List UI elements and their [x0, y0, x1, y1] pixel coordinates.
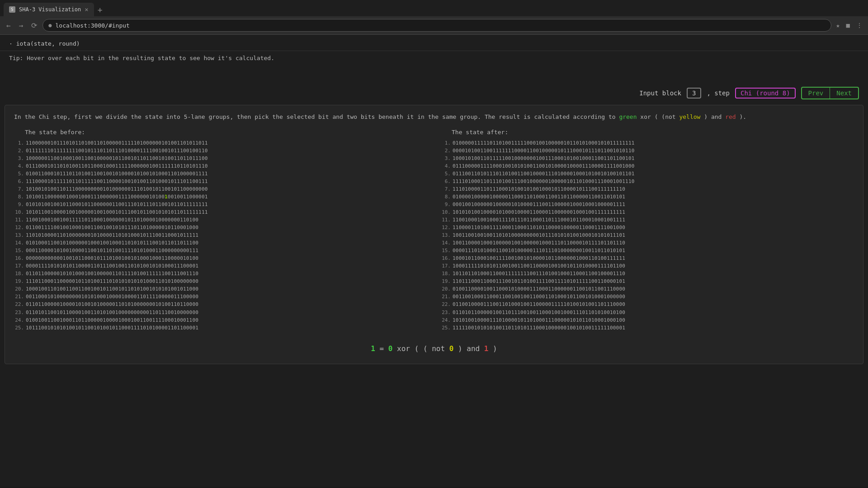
new-tab-button[interactable]: + [98, 5, 103, 14]
page: · iota(state, round) Tip: Hover over eac… [0, 35, 868, 487]
table-row: 16.1000101100010011110010010100001011000… [441, 254, 854, 262]
formula-red: 1 [484, 344, 489, 353]
next-button[interactable]: Next [830, 88, 858, 99]
table-row: 14.1001100001000100000100100000100011101… [441, 239, 854, 247]
table-row: 23.0110101100101100001001101010010000000… [14, 309, 427, 316]
input-block-label: Input block [639, 89, 681, 97]
table-row: 11.1100100010010011111011000100000010110… [14, 216, 427, 224]
table-row: 2.00001010011001111111000011001000001011… [441, 147, 854, 155]
tab-favicon: S [9, 6, 15, 13]
formula-yellow: 0 [449, 344, 454, 353]
table-row: 4.01110000011110001001010100110010100001… [441, 162, 854, 170]
table-row: 21.0011000101000000001010100010000100001… [14, 293, 427, 300]
main-panel: In the Chi step, first we divide the sta… [5, 105, 863, 364]
table-row: 15.0001100001010010000110010110100111101… [14, 247, 427, 254]
table-row: 8.01000010000010000011000110100011001101… [441, 193, 854, 201]
state-before-rows: 1.11000000101110101101001101000001111101… [14, 139, 427, 332]
back-button[interactable]: ← [4, 20, 14, 31]
table-row: 7.11101000011011100010100101001000101100… [441, 185, 854, 193]
table-row: 20.0100110000100110001010000111000110000… [441, 285, 854, 293]
green-label: green [619, 113, 637, 120]
table-row: 7.10100101001101110000000001010000001110… [14, 185, 427, 193]
browser-chrome: S SHA-3 Visualization × + ← → ⟳ ● localh… [0, 0, 868, 35]
table-row: 19.1101110001100011100101101001111001111… [441, 277, 854, 285]
state-before-title: The state before: [14, 129, 427, 136]
table-row: 20.1000100110100110011001001011001011010… [14, 285, 427, 293]
table-row: 12.0110011110010010001001100100101011101… [14, 224, 427, 231]
menu-icon[interactable]: ⋮ [854, 21, 864, 30]
table-row: 24.0100100110010001101100000100001000100… [14, 316, 427, 324]
table-row: 10.1010110010000100100000100100010111001… [14, 208, 427, 216]
table-row: 3.10001010011011111001000000010011100010… [441, 155, 854, 162]
page-header: · iota(state, round) [0, 35, 868, 51]
table-row: 1.01000001111101101001111100010010000010… [441, 139, 854, 147]
table-row: 4.01110001011010100110110001000111110000… [14, 162, 427, 170]
formula-green: 0 [388, 344, 393, 353]
formula-middle: xor ( ( not [397, 344, 445, 353]
input-block-badge: 3 [687, 88, 701, 99]
chi-description: In the Chi step, first we divide the sta… [14, 113, 854, 122]
table-row: 15.0000111010100011001010000011101110100… [441, 247, 854, 254]
bookmark-icon[interactable]: ★ [834, 21, 841, 30]
tab-bar: S SHA-3 Visualization × + [0, 0, 868, 16]
chi-badge: Chi (round 8) [735, 88, 796, 99]
state-after-section: The state after: 1.010000011111011010011… [441, 129, 854, 332]
yellow-label: yellow [679, 113, 700, 120]
state-after-rows: 1.01000001111101101001111100010010000010… [441, 139, 854, 332]
nav-bar: ← → ⟳ ● localhost:3000/#input ★ ■ ⋮ [0, 16, 868, 34]
table-row: 5.01110011010111011010011001000011101000… [441, 170, 854, 178]
table-row: 5.01001100010111011010011001001010000101… [14, 170, 427, 178]
extensions-icon[interactable]: ■ [844, 21, 852, 30]
table-row: 14.0101000110010100000010001001000110101… [14, 239, 427, 247]
formula-equals: = [380, 344, 388, 353]
table-row: 11.1100100010010001111011101100011011100… [441, 216, 854, 224]
lock-icon: ● [48, 22, 52, 28]
table-row: 25.1111100101010100110110101110001000000… [441, 324, 854, 332]
formula-bar: 1 = 0 xor ( ( not 0 ) and 1 ) [14, 341, 854, 357]
states-container: The state before: 1.11000000101110101101… [14, 129, 854, 332]
table-row: 9.01010100100101100010110000001100111010… [14, 201, 427, 208]
table-row: 6.11110100011011101001110010000001000001… [441, 178, 854, 185]
step-label: , step [707, 89, 730, 97]
table-row: 22.0110010000111001101000100110000011111… [441, 300, 854, 308]
table-row: 22.0110110000010000101001010000011010100… [14, 300, 427, 308]
address-bar[interactable]: ● localhost:3000/#input [42, 19, 831, 32]
table-row: 1.11000000101110101101001101000001111101… [14, 139, 427, 147]
reload-button[interactable]: ⟳ [28, 20, 40, 31]
table-row: 19.1110110001100000101101001110101010101… [14, 277, 427, 285]
table-row: 18.1011011010001100011111111001110100100… [441, 270, 854, 277]
table-row: 25.1011100101010100101100101001011000111… [14, 324, 427, 332]
table-row: 16.0000000000001001011000101110100100101… [14, 254, 427, 262]
table-row: 21.0011001000110001100100100110001101000… [441, 293, 854, 300]
table-row: 13.1101010000110100000001010000110101000… [14, 231, 427, 239]
highlighted-bit: 1 [165, 194, 168, 200]
table-row: 2.01111111011111111001011101101110100001… [14, 147, 427, 155]
nav-actions: ★ ■ ⋮ [834, 21, 864, 30]
nav-buttons: Prev Next [801, 87, 859, 99]
active-tab[interactable]: S SHA-3 Visualization × [4, 3, 94, 16]
table-row: 17.0000111101010101100001101110010011010… [14, 262, 427, 270]
forward-button[interactable]: → [16, 20, 26, 31]
table-row: 12.1100001101001111000110001101011000010… [441, 224, 854, 231]
table-row: 24.1010100100001110100001011010001110000… [441, 316, 854, 324]
state-before-section: The state before: 1.11000000101110101101… [14, 129, 427, 332]
table-row: 23.0110101100000100110111001001100010010… [441, 309, 854, 316]
header-text: · iota(state, round) [9, 40, 80, 47]
red-label: red [725, 113, 736, 120]
tab-title: SHA-3 Visualization [19, 6, 81, 13]
table-row: 10.1010101001000010100010000110000110000… [441, 208, 854, 216]
table-row: 8.10100110000001000100011100000011110000… [14, 193, 427, 201]
formula-result: 1 [371, 344, 375, 353]
prev-button[interactable]: Prev [802, 88, 830, 99]
table-row: 3.10000001100100010011001000001011001011… [14, 155, 427, 162]
spacer [0, 65, 868, 83]
table-row: 18.0110110000010101000100100000110111101… [14, 270, 427, 277]
tip-text: Tip: Hover over each bit in the resultin… [0, 51, 868, 65]
formula-and: ) and [458, 344, 480, 353]
table-row: 6.11100001011111011011111001100001001010… [14, 178, 427, 185]
tab-close-button[interactable]: × [85, 6, 88, 13]
table-row: 13.1001100100100110101000000000101110101… [441, 231, 854, 239]
table-row: 9.00010010000001000001010000111001100000… [441, 201, 854, 208]
table-row: 17.1000111110101011001001100110000100100… [441, 262, 854, 270]
controls-bar: Input block 3 , step Chi (round 8) Prev … [0, 83, 868, 103]
